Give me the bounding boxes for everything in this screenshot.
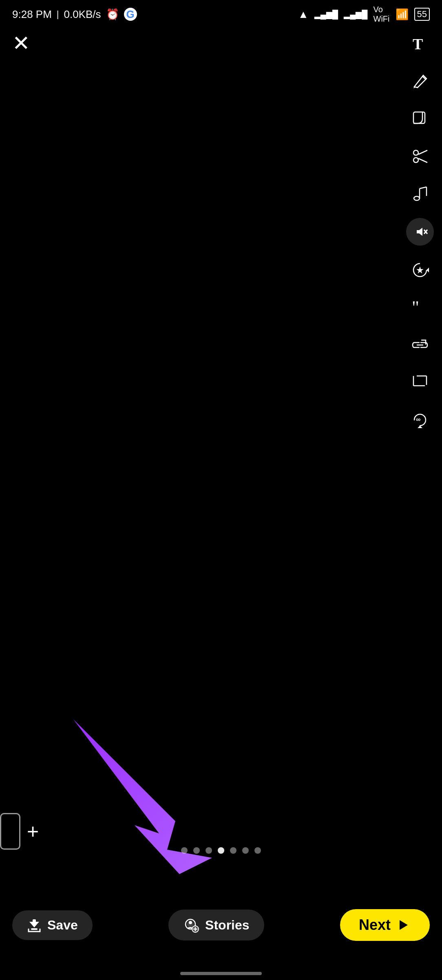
dot-5	[230, 847, 236, 854]
add-slide-button[interactable]: +	[27, 820, 39, 843]
alarm-icon: ⏰	[106, 8, 119, 21]
scissors-tool-button[interactable]	[407, 143, 433, 169]
left-panel: +	[0, 813, 39, 850]
signal-icon: ▂▄▆█	[314, 9, 338, 19]
text-tool-button[interactable]: T	[407, 31, 433, 57]
dot-3	[206, 847, 212, 854]
sticker-tool-button[interactable]	[407, 105, 433, 132]
svg-text:": "	[412, 299, 419, 316]
svg-rect-21	[31, 928, 38, 930]
next-icon	[396, 918, 411, 932]
status-right: ▲ ▂▄▆█ ▂▄▆█ VoWiFi 📶 55	[298, 5, 430, 24]
svg-point-25	[189, 921, 192, 924]
vowifi-text: VoWiFi	[373, 5, 390, 24]
next-label: Next	[359, 916, 391, 934]
data-speed: |	[57, 9, 59, 20]
next-button[interactable]: Next	[340, 909, 430, 941]
save-label: Save	[47, 918, 78, 933]
crop-tool-button[interactable]	[407, 369, 433, 396]
right-toolbar: T	[406, 31, 434, 433]
dot-6	[242, 847, 249, 854]
svg-rect-1	[413, 112, 425, 123]
link-tool-button[interactable]	[407, 332, 433, 358]
close-button[interactable]: ✕	[12, 33, 30, 54]
battery-indicator: 55	[414, 8, 430, 21]
mute-tool-button[interactable]	[406, 218, 434, 246]
loop-tool-button[interactable]: ∞	[407, 407, 433, 433]
wifi-icon: 📶	[396, 8, 409, 21]
svg-line-4	[418, 150, 427, 154]
rewind-star-tool-button[interactable]	[407, 257, 433, 283]
stories-icon	[183, 917, 199, 933]
svg-line-5	[418, 158, 427, 163]
svg-text:T: T	[413, 35, 423, 53]
svg-text:∞: ∞	[416, 416, 420, 423]
quote-tool-button[interactable]: "	[407, 294, 433, 321]
dot-4	[218, 847, 224, 854]
music-tool-button[interactable]	[407, 180, 433, 207]
svg-marker-29	[400, 920, 408, 930]
svg-marker-13	[417, 267, 423, 273]
panel-thumbnail	[0, 813, 20, 850]
status-left: 9:28 PM | 0.0KB/s ⏰ G	[12, 8, 137, 21]
signal-icon-2: ▂▄▆█	[344, 9, 367, 19]
dot-2	[193, 847, 200, 854]
dot-1	[181, 847, 188, 854]
dot-7	[254, 847, 261, 854]
arrow-annotation	[41, 703, 224, 886]
svg-point-6	[414, 196, 420, 200]
svg-point-2	[413, 150, 418, 155]
pen-tool-button[interactable]	[407, 68, 433, 94]
stories-label: Stories	[205, 918, 249, 933]
home-indicator	[180, 972, 262, 975]
bluetooth-icon: ▲	[298, 8, 309, 21]
dots-indicator	[181, 847, 261, 854]
stories-button[interactable]: Stories	[168, 910, 264, 940]
svg-marker-12	[427, 268, 429, 272]
time-text: 9:28 PM	[12, 8, 52, 21]
status-bar: 9:28 PM | 0.0KB/s ⏰ G ▲ ▂▄▆█ ▂▄▆█ VoWiFi…	[0, 0, 442, 29]
data-speed-text: 0.0KB/s	[64, 8, 101, 21]
svg-rect-22	[33, 919, 36, 925]
bottom-bar: Save Stories Next	[0, 890, 442, 960]
battery-text: 55	[417, 9, 427, 19]
save-button[interactable]: Save	[12, 910, 93, 940]
g-icon: G	[124, 8, 137, 21]
svg-point-3	[413, 158, 418, 163]
save-icon	[27, 918, 42, 932]
svg-line-8	[420, 187, 427, 189]
